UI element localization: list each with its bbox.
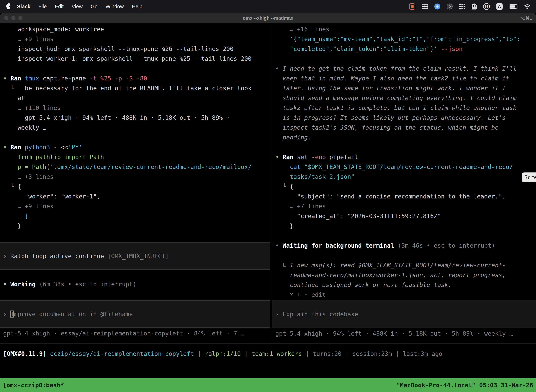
terminal-line: pending. [272,132,536,142]
text-segment: | [392,350,403,357]
terminal-line: … +110 lines [0,103,270,113]
blank-line [272,231,536,241]
text-segment: (6m 38s • esc to interrupt) [39,281,136,288]
battery-icon[interactable] [509,5,517,9]
text-segment: task2 after task1 is complete, but can I… [275,104,517,111]
text-segment: … +110 lines [3,104,61,111]
text-segment: Working [10,281,39,288]
gauge-icon[interactable]: 61 [483,3,490,10]
dark-app-icon[interactable] [447,4,453,9]
screen-share-overlay: Scre [522,173,536,182]
blank-line [272,54,536,64]
terminal-line: is in progress? It seems likely but perh… [272,113,536,123]
prompt-input-right[interactable]: › Explain this codebase [272,300,536,328]
text-segment: • [275,242,282,249]
text-segment: ⌥ + ↑ edit [275,291,326,298]
terminal-content: workspace_mode: worktree … +9 lines insp… [0,23,536,392]
input-source-icon[interactable]: A [496,3,502,10]
text-segment: └ [275,183,290,190]
terminal-line: p = Path('.omx/state/team/review-current… [0,162,270,172]
terminal-line: inspect_hud: omx sparkshell --tmux-pane … [0,44,270,54]
wifi-icon[interactable] [524,4,531,9]
gauge-icon-label: 61 [485,5,488,9]
ralph-loop-banner: › Ralph loop active continue [OMX_TMUX_I… [0,242,270,270]
close-button[interactable] [4,16,9,20]
text-segment: set [297,154,311,160]
dots-grid-icon[interactable] [459,3,465,10]
menu-item-edit[interactable]: Edit [51,0,68,13]
text-segment: › [3,252,10,260]
tmux-pane-left[interactable]: workspace_mode: worktree … +9 lines insp… [0,24,270,343]
text-segment: weekly … [3,124,46,131]
terminal-line: later. Using the same for transition mig… [272,83,536,93]
text-segment: capture-pane [43,75,90,82]
blank-line [272,250,536,260]
text-segment: (3m 46s • esc to interrupt) [398,242,495,249]
text-segment: } [3,222,21,229]
text-segment: should send a message before completing … [275,94,517,102]
text-segment: - [54,144,61,151]
menu-app-name[interactable]: Slack [13,0,34,13]
menu-item-window[interactable]: Window [102,0,128,13]
apple-menu[interactable] [0,0,13,13]
text-segment: … +9 lines [3,36,54,42]
omx-status-line: [OMX#0.11.9] cczip/essay/ai-reimplementa… [0,349,536,359]
text-segment: [OMX#0.11.9] [3,350,50,357]
terminal-line: • I need to get the claim token from the… [272,64,536,73]
menu-item-go[interactable]: Go [87,0,102,13]
text-segment: … +3 lines [3,173,54,180]
apple-icon [6,4,10,9]
screen-recording-indicator-icon[interactable] [409,3,415,10]
terminal-line: ⌥ + ↑ edit [272,290,536,300]
terminal-line: "subject": "send a concise recommendatio… [272,191,536,201]
tmux-pane-right[interactable]: … +16 lines '{"team_name":"my-team","tas… [272,24,536,343]
text-segment: inspect task2's JSON, focusing on the st… [275,124,498,131]
prompt-input-left[interactable]: › Improve documentation in @filename [0,300,270,328]
terminal-line: › Improve documentation in @filename [0,309,270,319]
text-segment: { [18,183,21,190]
window-title-bar[interactable]: omx --xhigh --madmax ⌥⌘1 [0,13,536,23]
zoom-button[interactable] [18,16,23,20]
text-segment: Waiting for background terminal [282,242,398,249]
terminal-line: '{"team_name":"my-team","task_id":"1","f… [272,34,536,44]
terminal-line: "worker": "worker-1", [0,191,270,201]
text-segment: inspect_hud: omx sparkshell --tmux-pane … [3,45,234,52]
text-segment: later. Using the same for transition mig… [275,85,506,92]
text-segment: workspace_mode: worktree [3,26,104,33]
text-segment: [OMX_TMUX_INJECT] [108,252,169,260]
text-segment: • [3,144,10,151]
terminal-line: • Waiting for background terminal (3m 46… [272,241,536,250]
terminal-line: › Explain this codebase [272,309,536,319]
text-segment: python3 [25,144,54,151]
text-segment: keep that in mind. Maybe I also need the… [275,75,509,82]
terminal-line: ] [0,211,270,221]
terminal-line: • Ran tmux capture-pane -t %25 -p -S -80 [0,73,270,83]
text-segment: … +7 lines [275,203,326,210]
text-segment: --json [441,45,463,52]
text-segment: inspect_worker-1: omx sparkshell --tmux-… [3,55,251,62]
text-segment: "$OMX_TEAM_STATE_ROOT/team/review-curren… [304,163,513,170]
text-segment: Ran [10,144,25,151]
terminal-line: └ be necessary for the end of the README… [0,83,270,93]
text-segment: p = Path( [3,163,50,170]
text-segment: "created_at": "2026-03-31T11:59:27.816Z" [275,213,441,219]
window-grid-icon[interactable] [422,4,428,9]
menu-item-file[interactable]: File [34,0,51,13]
input-source-icon-label: A [498,4,501,9]
text-segment: Ran [10,75,25,82]
text-segment: I need to get the claim token from the c… [282,65,517,72]
text-segment: cat [275,163,304,170]
text-segment: << [61,144,68,151]
terminal-line: } [272,221,536,231]
blank-line [272,142,536,152]
terminal-line: weekly … [0,123,270,132]
ghost-app-icon[interactable] [472,4,477,9]
menu-item-view[interactable]: View [68,0,87,13]
status-separator [0,343,536,344]
menu-item-help[interactable]: Help [128,0,147,13]
blue-app-icon[interactable] [434,4,440,9]
pane-divider[interactable] [271,23,271,343]
text-segment: { [290,183,293,190]
minimize-button[interactable] [11,16,15,20]
traffic-lights [0,16,23,20]
